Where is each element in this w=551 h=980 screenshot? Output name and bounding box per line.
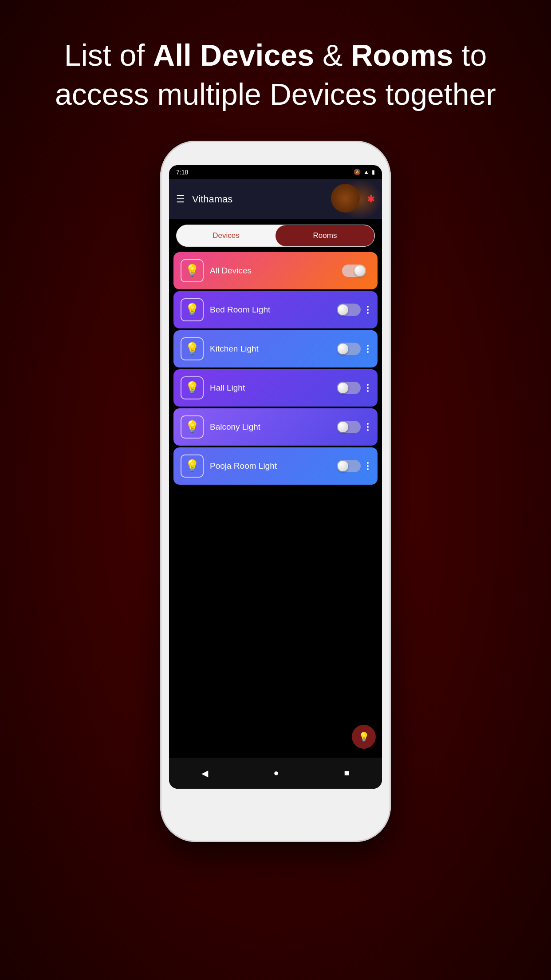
device-icon-all: 💡: [181, 259, 204, 282]
toggle-knob-kitchen: [338, 344, 348, 354]
fab-icon: 💡: [358, 731, 370, 742]
device-item-hall[interactable]: 💡 Hall Light: [173, 369, 378, 407]
bluetooth-icon[interactable]: ✱: [367, 194, 375, 205]
device-item-pooja[interactable]: 💡 Pooja Room Light: [173, 447, 378, 485]
device-icon-pooja: 💡: [181, 454, 204, 478]
device-item-kitchen[interactable]: 💡 Kitchen Light: [173, 330, 378, 368]
tab-bar: Devices Rooms: [176, 225, 375, 247]
more-options-pooja[interactable]: [365, 460, 370, 472]
device-icon-hall: 💡: [181, 376, 204, 399]
more-options-balcony[interactable]: [365, 421, 370, 433]
toggle-pooja[interactable]: [337, 460, 361, 472]
bulb-icon: 💡: [185, 420, 199, 434]
nav-recents-button[interactable]: ■: [339, 763, 354, 782]
nav-home-button[interactable]: ●: [269, 763, 283, 782]
headline: List of All Devices & Rooms toaccess mul…: [28, 0, 523, 132]
bottom-nav: ◀ ● ■: [169, 758, 382, 789]
device-name-kitchen: Kitchen Light: [210, 344, 337, 354]
device-name-all: All Devices: [210, 266, 342, 276]
tab-devices[interactable]: Devices: [177, 225, 276, 246]
toggle-knob-bedroom: [338, 304, 348, 315]
bulb-icon: 💡: [185, 303, 199, 316]
status-bar: 7:18 🔕 ▲ ▮: [169, 165, 382, 179]
phone-screen: 7:18 🔕 ▲ ▮ ☰ Vithamas ✱ Devices Rooms: [169, 165, 382, 789]
more-options-kitchen[interactable]: [365, 343, 370, 355]
device-name-balcony: Balcony Light: [210, 422, 337, 432]
battery-icon: ▮: [372, 169, 375, 175]
bulb-icon: 💡: [185, 342, 199, 356]
more-options-hall[interactable]: [365, 382, 370, 394]
headline-text: List of All Devices & Rooms toaccess mul…: [55, 38, 496, 111]
device-name-pooja: Pooja Room Light: [210, 461, 337, 471]
user-avatar: [331, 184, 360, 213]
notification-icon: 🔕: [354, 169, 361, 175]
fab-add-device[interactable]: 💡: [352, 725, 376, 749]
device-name-bedroom: Bed Room Light: [210, 305, 337, 315]
status-time: 7:18: [176, 169, 188, 176]
toggle-knob-all: [354, 265, 365, 276]
device-item-bedroom[interactable]: 💡 Bed Room Light: [173, 291, 378, 328]
bulb-icon: 💡: [185, 381, 199, 395]
device-icon-kitchen: 💡: [181, 337, 204, 360]
toggle-kitchen[interactable]: [337, 343, 361, 355]
app-header: ☰ Vithamas ✱: [169, 179, 382, 219]
toggle-hall[interactable]: [337, 382, 361, 394]
tab-rooms[interactable]: Rooms: [276, 225, 374, 246]
toggle-knob-pooja: [338, 461, 348, 471]
more-options-bedroom[interactable]: [365, 304, 370, 316]
device-icon-balcony: 💡: [181, 415, 204, 439]
nav-back-button[interactable]: ◀: [197, 763, 213, 783]
bulb-icon: 💡: [185, 264, 199, 277]
toggle-balcony[interactable]: [337, 421, 361, 433]
wifi-icon: ▲: [363, 169, 369, 175]
hamburger-menu[interactable]: ☰: [176, 194, 185, 205]
status-icons: 🔕 ▲ ▮: [354, 169, 375, 175]
bulb-icon: 💡: [185, 459, 199, 473]
device-name-hall: Hall Light: [210, 383, 337, 393]
device-list: 💡 All Devices 💡 Bed Room Light: [169, 252, 382, 758]
toggle-knob-hall: [338, 383, 348, 393]
phone-wrapper: 7:18 🔕 ▲ ▮ ☰ Vithamas ✱ Devices Rooms: [160, 141, 391, 842]
device-item-balcony[interactable]: 💡 Balcony Light: [173, 408, 378, 446]
device-item-all[interactable]: 💡 All Devices: [173, 252, 378, 289]
toggle-all-devices[interactable]: [342, 265, 366, 277]
toggle-knob-balcony: [338, 422, 348, 432]
toggle-bedroom[interactable]: [337, 304, 361, 316]
device-icon-bedroom: 💡: [181, 298, 204, 321]
